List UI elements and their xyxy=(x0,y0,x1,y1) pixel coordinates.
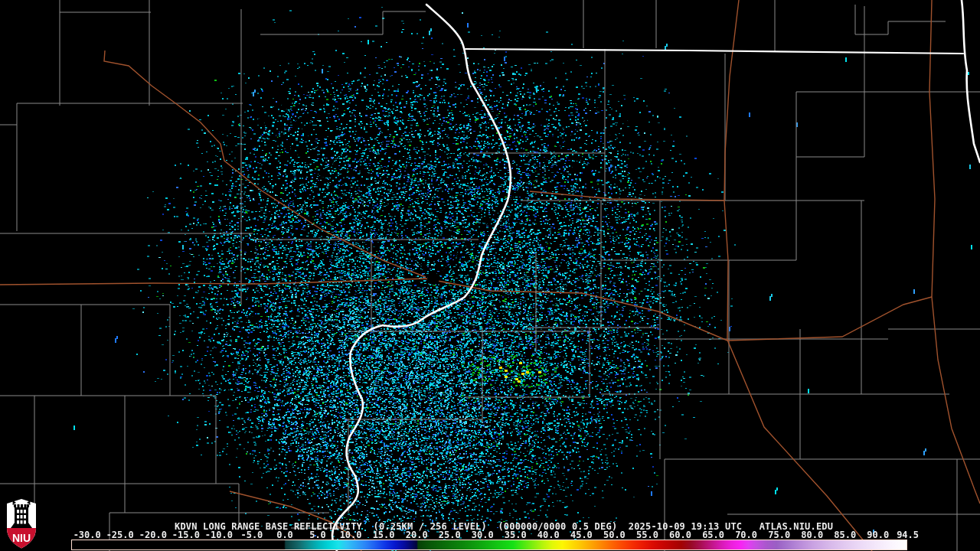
colorbar-tick-label: 40.0 xyxy=(537,530,560,540)
colorbar-tick-label: 30.0 xyxy=(472,530,494,540)
radar-site-marker-small xyxy=(423,262,427,266)
colorbar-tick-label: 80.0 xyxy=(801,530,823,540)
colorbar-tick-label: 70.0 xyxy=(735,530,757,540)
niu-logo-text: NIU xyxy=(12,532,31,544)
colorbar-tick-label: -20.0 xyxy=(139,530,167,540)
mississippi-river-border xyxy=(332,5,511,551)
colorbar-tick-label: 20.0 xyxy=(406,530,428,540)
colorbar-tick-label: 10.0 xyxy=(340,530,362,540)
colorbar-tick-label: -25.0 xyxy=(106,530,134,540)
colorbar-tick-label: -30.0 xyxy=(74,530,101,540)
colorbar-tick-label: 65.0 xyxy=(702,530,724,540)
radar-product-page: KDVN LONG RANGE BASE REFLECTIVITY (0.25K… xyxy=(0,0,980,551)
colorbar-tick-label: 90.0 xyxy=(867,530,889,540)
county-lines-layer xyxy=(0,0,980,551)
niu-logo: NIU xyxy=(4,497,39,549)
colorbar-tick-label: 35.0 xyxy=(505,530,527,540)
colorbar-tick-label: -10.0 xyxy=(205,530,233,540)
colorbar-tick-label: 0.0 xyxy=(276,530,293,540)
colorbar-tick-label: 25.0 xyxy=(439,530,461,540)
colorbar-tick-labels: -30.0-25.0-20.0-15.0-10.0-5.00.05.010.01… xyxy=(0,530,980,540)
reflectivity-colorbar xyxy=(71,540,907,550)
castle-windows xyxy=(17,510,26,524)
roads-layer xyxy=(0,0,980,551)
colorbar-tick-label: 55.0 xyxy=(636,530,658,540)
colorbar-tick-label: -15.0 xyxy=(172,530,200,540)
basemap-overlay xyxy=(0,0,980,551)
colorbar-tick-label: 60.0 xyxy=(669,530,691,540)
colorbar-tick-label: -5.0 xyxy=(240,530,263,540)
wi-il-border xyxy=(466,49,963,54)
lake-michigan-shore xyxy=(962,0,980,162)
colorbar-tick-label: 85.0 xyxy=(834,530,856,540)
colorbar-tick-label: 75.0 xyxy=(768,530,790,540)
colorbar-gradient xyxy=(72,540,906,549)
colorbar-tick-label: 5.0 xyxy=(309,530,326,540)
colorbar-tick-label: 94.5 xyxy=(897,530,919,540)
colorbar-tick-label: 15.0 xyxy=(373,530,395,540)
colorbar-tick-label: 45.0 xyxy=(570,530,593,540)
radar-site-marker xyxy=(427,272,439,285)
colorbar-tick-label: 50.0 xyxy=(603,530,626,540)
